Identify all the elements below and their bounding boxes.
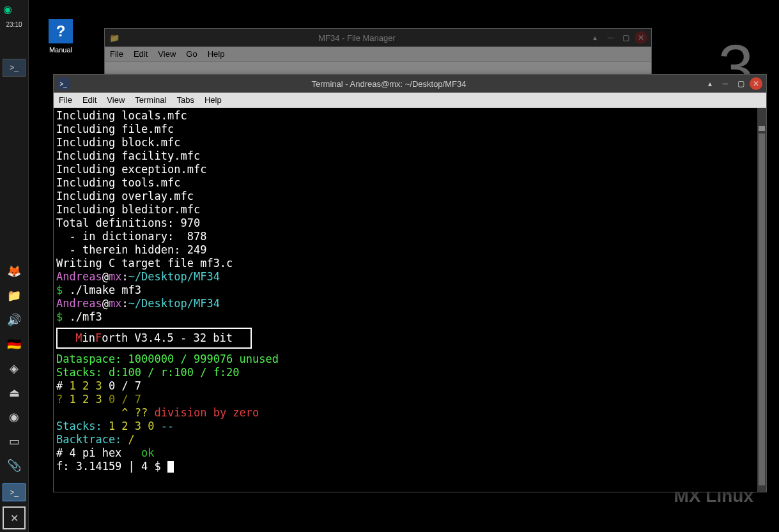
start-icon[interactable]: ◉ [0, 0, 28, 19]
disc-icon[interactable]: ◉ [5, 408, 23, 426]
fm-minimize-button[interactable]: ─ [604, 31, 617, 44]
term-menu-tabs[interactable]: Tabs [176, 95, 194, 105]
terminal-icon: >_ [58, 78, 69, 89]
firefox-icon[interactable]: 🦊 [5, 262, 23, 280]
help-icon: ? [49, 19, 73, 43]
note-icon[interactable]: ▭ [5, 432, 23, 450]
cube-icon[interactable]: ◈ [5, 360, 23, 377]
folder-icon: 📁 [109, 32, 120, 43]
fm-maximize-button[interactable]: ▢ [619, 31, 632, 44]
fm-menu-edit[interactable]: Edit [134, 49, 148, 59]
fm-menu-go[interactable]: Go [186, 49, 197, 59]
term-menu-terminal[interactable]: Terminal [135, 95, 166, 105]
fm-titlebar[interactable]: 📁 MF34 - File Manager ▴ ─ ▢ ✕ [105, 29, 651, 47]
taskbar-app-terminal[interactable]: >_ [3, 59, 26, 77]
term-minimize-button[interactable]: ─ [719, 77, 732, 90]
desktop-icon-manual[interactable]: ? Manual [42, 19, 80, 54]
fm-shade-button[interactable]: ▴ [589, 31, 601, 44]
term-maximize-button[interactable]: ▢ [734, 77, 747, 90]
fm-close-button[interactable]: ✕ [635, 31, 647, 44]
terminal-scrollbar[interactable] [757, 108, 766, 492]
term-menu-file[interactable]: File [59, 95, 72, 105]
flag-de-icon[interactable]: 🇩🇪 [5, 335, 23, 353]
fm-menu-help[interactable]: Help [208, 49, 225, 59]
term-title: Terminal - Andreas@mx: ~/Desktop/MF34 [74, 79, 704, 89]
term-menubar: FileEditViewTerminalTabsHelp [54, 93, 766, 108]
taskbar-app-terminal-active[interactable]: >_ [3, 483, 26, 501]
clip-icon[interactable]: 📎 [5, 457, 23, 475]
term-titlebar[interactable]: >_ Terminal - Andreas@mx: ~/Desktop/MF34… [54, 75, 766, 93]
term-shade-button[interactable]: ▴ [704, 77, 716, 90]
eject-icon[interactable]: ⏏ [5, 384, 23, 402]
term-menu-help[interactable]: Help [204, 95, 222, 105]
volume-icon[interactable]: 🔊 [5, 311, 23, 329]
terminal-window: >_ Terminal - Andreas@mx: ~/Desktop/MF34… [53, 74, 767, 492]
terminal-output[interactable]: Including locals.mfc Including file.mfc … [54, 108, 766, 492]
fm-menu-view[interactable]: View [158, 49, 176, 59]
term-menu-view[interactable]: View [107, 95, 125, 105]
minforth-banner: MinForth V3.4.5 - 32 bit [56, 328, 252, 349]
taskbar-close-icon[interactable]: ✕ [3, 506, 26, 529]
fm-title: MF34 - File Manager [125, 33, 589, 43]
files-icon[interactable]: 📁 [5, 287, 23, 305]
left-taskbar: ◉ 23:10 >_ 🦊📁🔊🇩🇪◈⏏◉▭📎 >_ ✕ [0, 0, 29, 532]
fm-menubar: FileEditViewGoHelp [105, 47, 651, 62]
term-menu-edit[interactable]: Edit [82, 95, 96, 105]
fm-menu-file[interactable]: File [110, 49, 123, 59]
terminal-cursor [167, 461, 174, 473]
term-close-button[interactable]: ✕ [750, 77, 762, 90]
taskbar-clock: 23:10 [0, 19, 28, 31]
